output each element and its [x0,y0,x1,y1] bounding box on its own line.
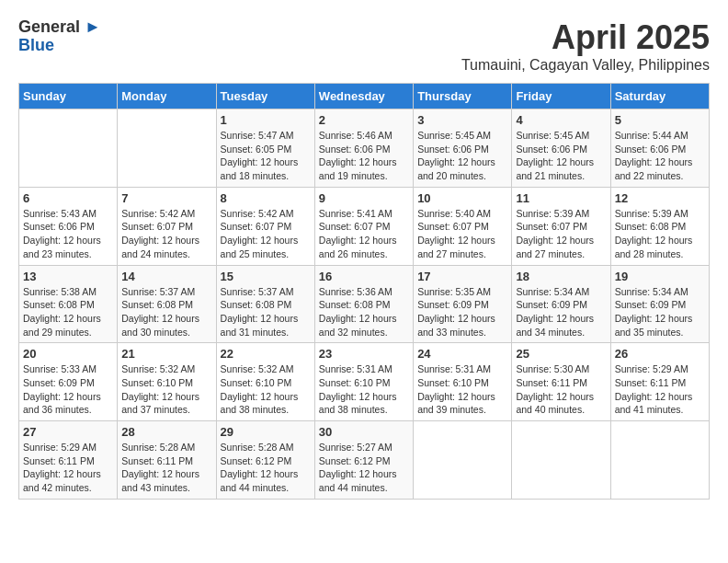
day-number: 30 [319,425,409,439]
day-number: 19 [615,270,705,283]
calendar-cell: 15Sunrise: 5:37 AMSunset: 6:08 PMDayligh… [216,265,314,343]
calendar-cell: 7Sunrise: 5:42 AMSunset: 6:07 PMDaylight… [118,187,216,265]
column-header-saturday: Saturday [610,84,709,109]
day-info: Sunrise: 5:36 AMSunset: 6:08 PMDaylight:… [319,285,409,339]
day-info: Sunrise: 5:31 AMSunset: 6:10 PMDaylight:… [319,362,409,417]
day-number: 25 [516,347,606,361]
day-info: Sunrise: 5:37 AMSunset: 6:08 PMDaylight:… [121,285,211,339]
column-header-sunday: Sunday [19,84,118,109]
calendar-cell [512,421,610,500]
day-info: Sunrise: 5:34 AMSunset: 6:09 PMDaylight:… [516,285,606,339]
day-number: 13 [23,270,113,283]
calendar-table: SundayMondayTuesdayWednesdayThursdayFrid… [18,83,710,500]
calendar-cell: 5Sunrise: 5:44 AMSunset: 6:06 PMDaylight… [610,109,709,188]
day-number: 26 [615,347,705,361]
day-number: 15 [221,270,311,283]
calendar-week-row: 27Sunrise: 5:29 AMSunset: 6:11 PMDayligh… [19,421,710,500]
day-info: Sunrise: 5:45 AMSunset: 6:06 PMDaylight:… [516,129,606,183]
day-info: Sunrise: 5:42 AMSunset: 6:07 PMDaylight:… [121,207,211,261]
day-number: 16 [319,270,409,283]
calendar-cell: 16Sunrise: 5:36 AMSunset: 6:08 PMDayligh… [314,265,413,343]
day-info: Sunrise: 5:40 AMSunset: 6:07 PMDaylight:… [417,207,507,261]
day-number: 21 [121,347,211,361]
day-number: 3 [417,113,507,127]
day-number: 20 [23,347,113,361]
calendar-cell: 28Sunrise: 5:28 AMSunset: 6:11 PMDayligh… [118,421,216,500]
calendar-cell: 14Sunrise: 5:37 AMSunset: 6:08 PMDayligh… [118,265,216,343]
day-info: Sunrise: 5:38 AMSunset: 6:08 PMDaylight:… [23,285,113,339]
calendar-cell: 11Sunrise: 5:39 AMSunset: 6:07 PMDayligh… [512,187,610,265]
day-number: 24 [417,347,507,361]
calendar-header-row: SundayMondayTuesdayWednesdayThursdayFrid… [19,84,710,109]
calendar-cell [414,421,512,500]
day-info: Sunrise: 5:32 AMSunset: 6:10 PMDaylight:… [221,362,311,417]
column-header-friday: Friday [512,84,610,109]
day-number: 1 [221,113,311,127]
day-info: Sunrise: 5:47 AMSunset: 6:05 PMDaylight:… [221,129,311,183]
calendar-cell: 10Sunrise: 5:40 AMSunset: 6:07 PMDayligh… [414,187,512,265]
calendar-cell: 8Sunrise: 5:42 AMSunset: 6:07 PMDaylight… [216,187,314,265]
day-number: 28 [121,425,211,439]
calendar-cell: 26Sunrise: 5:29 AMSunset: 6:11 PMDayligh… [610,343,709,421]
column-header-tuesday: Tuesday [216,84,314,109]
calendar-cell: 30Sunrise: 5:27 AMSunset: 6:12 PMDayligh… [314,421,413,500]
calendar-week-row: 6Sunrise: 5:43 AMSunset: 6:06 PMDaylight… [19,187,710,265]
day-info: Sunrise: 5:39 AMSunset: 6:07 PMDaylight:… [516,207,606,261]
month-title: April 2025 [461,18,710,57]
title-area: April 2025 Tumauini, Cagayan Valley, Phi… [461,18,710,74]
day-info: Sunrise: 5:43 AMSunset: 6:06 PMDaylight:… [23,207,113,261]
day-info: Sunrise: 5:34 AMSunset: 6:09 PMDaylight:… [615,285,705,339]
day-info: Sunrise: 5:31 AMSunset: 6:10 PMDaylight:… [417,362,507,417]
calendar-cell: 29Sunrise: 5:28 AMSunset: 6:12 PMDayligh… [216,421,314,500]
day-number: 11 [516,191,606,205]
day-info: Sunrise: 5:33 AMSunset: 6:09 PMDaylight:… [23,362,113,417]
day-info: Sunrise: 5:41 AMSunset: 6:07 PMDaylight:… [319,207,409,261]
logo-blue: Blue [18,37,101,55]
calendar-cell: 25Sunrise: 5:30 AMSunset: 6:11 PMDayligh… [512,343,610,421]
day-number: 12 [615,191,705,205]
calendar-cell: 17Sunrise: 5:35 AMSunset: 6:09 PMDayligh… [414,265,512,343]
day-info: Sunrise: 5:37 AMSunset: 6:08 PMDaylight:… [221,285,311,339]
logo: General ► Blue [18,18,101,55]
day-number: 22 [221,347,311,361]
day-number: 5 [615,113,705,127]
logo-text: General ► Blue [18,18,101,55]
calendar-cell: 20Sunrise: 5:33 AMSunset: 6:09 PMDayligh… [19,343,118,421]
day-info: Sunrise: 5:39 AMSunset: 6:08 PMDaylight:… [615,207,705,261]
column-header-thursday: Thursday [414,84,512,109]
day-info: Sunrise: 5:28 AMSunset: 6:12 PMDaylight:… [221,441,311,495]
day-info: Sunrise: 5:46 AMSunset: 6:06 PMDaylight:… [319,129,409,183]
day-info: Sunrise: 5:28 AMSunset: 6:11 PMDaylight:… [121,441,211,495]
column-header-wednesday: Wednesday [314,84,413,109]
calendar-cell: 24Sunrise: 5:31 AMSunset: 6:10 PMDayligh… [414,343,512,421]
calendar-cell: 3Sunrise: 5:45 AMSunset: 6:06 PMDaylight… [414,109,512,188]
calendar-cell: 23Sunrise: 5:31 AMSunset: 6:10 PMDayligh… [314,343,413,421]
day-number: 6 [23,191,113,205]
day-info: Sunrise: 5:45 AMSunset: 6:06 PMDaylight:… [417,129,507,183]
day-info: Sunrise: 5:29 AMSunset: 6:11 PMDaylight:… [23,441,113,495]
calendar-week-row: 13Sunrise: 5:38 AMSunset: 6:08 PMDayligh… [19,265,710,343]
calendar-cell: 22Sunrise: 5:32 AMSunset: 6:10 PMDayligh… [216,343,314,421]
day-number: 27 [23,425,113,439]
logo-general: General ► [18,18,101,37]
calendar-cell [19,109,118,188]
day-info: Sunrise: 5:42 AMSunset: 6:07 PMDaylight:… [221,207,311,261]
calendar-cell: 13Sunrise: 5:38 AMSunset: 6:08 PMDayligh… [19,265,118,343]
calendar-cell: 2Sunrise: 5:46 AMSunset: 6:06 PMDaylight… [314,109,413,188]
day-number: 14 [121,270,211,283]
header: General ► Blue April 2025 Tumauini, Caga… [18,18,710,74]
day-number: 9 [319,191,409,205]
calendar-cell: 6Sunrise: 5:43 AMSunset: 6:06 PMDaylight… [19,187,118,265]
calendar-cell: 4Sunrise: 5:45 AMSunset: 6:06 PMDaylight… [512,109,610,188]
day-number: 7 [121,191,211,205]
day-info: Sunrise: 5:30 AMSunset: 6:11 PMDaylight:… [516,362,606,417]
calendar-cell: 21Sunrise: 5:32 AMSunset: 6:10 PMDayligh… [118,343,216,421]
calendar-week-row: 1Sunrise: 5:47 AMSunset: 6:05 PMDaylight… [19,109,710,188]
day-number: 17 [417,270,507,283]
location-title: Tumauini, Cagayan Valley, Philippines [461,57,710,74]
calendar-cell: 27Sunrise: 5:29 AMSunset: 6:11 PMDayligh… [19,421,118,500]
day-number: 4 [516,113,606,127]
calendar-cell: 19Sunrise: 5:34 AMSunset: 6:09 PMDayligh… [610,265,709,343]
day-info: Sunrise: 5:35 AMSunset: 6:09 PMDaylight:… [417,285,507,339]
day-info: Sunrise: 5:44 AMSunset: 6:06 PMDaylight:… [615,129,705,183]
